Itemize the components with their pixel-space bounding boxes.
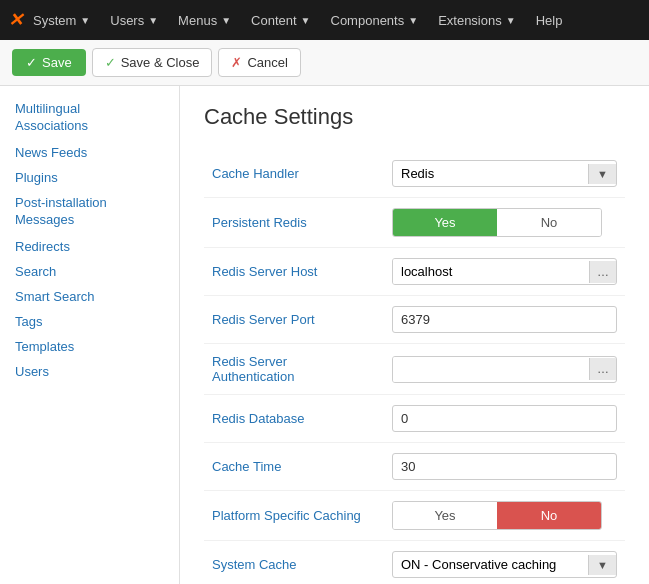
field-cache-handler: Cache Handler File Redis Memcached ▼: [204, 150, 625, 198]
redis-port-input[interactable]: [392, 306, 617, 333]
save-close-label: Save & Close: [121, 55, 200, 70]
field-redis-auth: Redis ServerAuthentication …: [204, 344, 625, 395]
nav-system[interactable]: System ▼: [23, 0, 100, 40]
platform-caching-no-button[interactable]: No: [497, 502, 601, 529]
sidebar-item-postinstall[interactable]: Post-installationMessages: [0, 190, 179, 234]
system-cache-select-wrap[interactable]: OFF - Caching disabled ON - Conservative…: [392, 551, 617, 578]
save-close-check-icon: ✓: [105, 55, 116, 70]
cache-time-input[interactable]: [392, 453, 617, 480]
settings-form: Cache Handler File Redis Memcached ▼: [204, 150, 625, 584]
redis-host-input-wrap: …: [392, 258, 617, 285]
nav-menus[interactable]: Menus ▼: [168, 0, 241, 40]
sidebar: MultilingualAssociations News Feeds Plug…: [0, 86, 180, 584]
cancel-label: Cancel: [247, 55, 287, 70]
sidebar-item-users[interactable]: Users: [0, 359, 179, 384]
field-cache-time: Cache Time: [204, 443, 625, 491]
label-platform-caching: Platform Specific Caching: [204, 491, 384, 541]
joomla-logo: ✕: [8, 9, 23, 31]
field-persistent-redis: Persistent Redis Yes No: [204, 198, 625, 248]
label-persistent-redis: Persistent Redis: [204, 198, 384, 248]
nav-content[interactable]: Content ▼: [241, 0, 320, 40]
field-system-cache: System Cache OFF - Caching disabled ON -…: [204, 541, 625, 585]
persistent-redis-toggle: Yes No: [392, 208, 602, 237]
content-layout: MultilingualAssociations News Feeds Plug…: [0, 86, 649, 584]
cache-handler-select-wrap[interactable]: File Redis Memcached ▼: [392, 160, 617, 187]
save-label: Save: [42, 55, 72, 70]
sidebar-item-newsfeeds[interactable]: News Feeds: [0, 140, 179, 165]
redis-auth-icon-button[interactable]: …: [589, 358, 616, 380]
nav-components[interactable]: Components ▼: [321, 0, 429, 40]
persistent-redis-yes-button[interactable]: Yes: [393, 209, 497, 236]
sidebar-item-multilingual[interactable]: MultilingualAssociations: [0, 96, 179, 140]
nav-help[interactable]: Help: [526, 0, 573, 40]
cache-handler-arrow-icon: ▼: [588, 164, 616, 184]
field-redis-database: Redis Database: [204, 395, 625, 443]
toolbar: ✓ Save ✓ Save & Close ✗ Cancel: [0, 40, 649, 86]
sidebar-item-templates[interactable]: Templates: [0, 334, 179, 359]
sidebar-item-redirects[interactable]: Redirects: [0, 234, 179, 259]
platform-caching-yes-button[interactable]: Yes: [393, 502, 497, 529]
sidebar-item-search[interactable]: Search: [0, 259, 179, 284]
label-redis-host: Redis Server Host: [204, 248, 384, 296]
label-redis-auth: Redis ServerAuthentication: [204, 344, 384, 395]
save-button[interactable]: ✓ Save: [12, 49, 86, 76]
label-system-cache: System Cache: [204, 541, 384, 585]
redis-auth-input-wrap: …: [392, 356, 617, 383]
field-redis-host: Redis Server Host …: [204, 248, 625, 296]
system-cache-select[interactable]: OFF - Caching disabled ON - Conservative…: [393, 552, 588, 577]
redis-host-icon-button[interactable]: …: [589, 261, 616, 283]
nav-users[interactable]: Users ▼: [100, 0, 168, 40]
cancel-button[interactable]: ✗ Cancel: [218, 48, 300, 77]
save-close-button[interactable]: ✓ Save & Close: [92, 48, 213, 77]
sidebar-item-plugins[interactable]: Plugins: [0, 165, 179, 190]
nav-extensions[interactable]: Extensions ▼: [428, 0, 526, 40]
redis-host-input[interactable]: [393, 259, 589, 284]
cancel-x-icon: ✗: [231, 55, 242, 70]
cache-handler-select[interactable]: File Redis Memcached: [393, 161, 588, 186]
label-cache-time: Cache Time: [204, 443, 384, 491]
topnav: ✕ System ▼ Users ▼ Menus ▼ Content ▼ Com…: [0, 0, 649, 40]
platform-caching-toggle: Yes No: [392, 501, 602, 530]
sidebar-item-tags[interactable]: Tags: [0, 309, 179, 334]
redis-database-input[interactable]: [392, 405, 617, 432]
label-cache-handler: Cache Handler: [204, 150, 384, 198]
field-platform-caching: Platform Specific Caching Yes No: [204, 491, 625, 541]
page-title: Cache Settings: [204, 104, 625, 130]
main-content: Cache Settings Cache Handler File Redis …: [180, 86, 649, 584]
label-redis-database: Redis Database: [204, 395, 384, 443]
system-cache-arrow-icon: ▼: [588, 555, 616, 575]
redis-auth-input[interactable]: [393, 357, 589, 382]
save-check-icon: ✓: [26, 55, 37, 70]
field-redis-port: Redis Server Port: [204, 296, 625, 344]
persistent-redis-no-button[interactable]: No: [497, 209, 601, 236]
label-redis-port: Redis Server Port: [204, 296, 384, 344]
sidebar-item-smartsearch[interactable]: Smart Search: [0, 284, 179, 309]
